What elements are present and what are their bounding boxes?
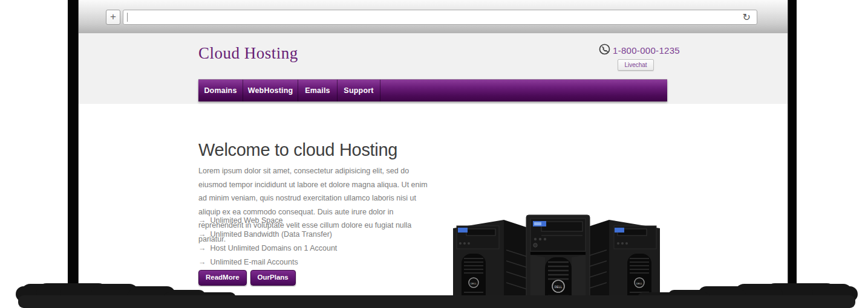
- feature-text: Unlimited Web Space: [210, 216, 283, 225]
- nav-item-domains[interactable]: Domains: [198, 80, 243, 101]
- arrow-icon: →: [198, 244, 206, 252]
- text-caret: [127, 13, 128, 22]
- phone-block: 1-800-000-1235: [599, 43, 680, 57]
- page-title: Welcome to cloud Hosting: [198, 140, 397, 160]
- svg-text:DELL: DELL: [471, 282, 477, 285]
- list-item: →Host Unlimited Domains on 1 Account: [198, 242, 337, 255]
- device-frame-bottom: [18, 295, 855, 308]
- feature-text: Host Unlimited Domains on 1 Account: [210, 244, 338, 252]
- browser-window: + ↻ Cloud Hosting 1-800-000-1235 Livecha…: [79, 0, 788, 296]
- nav-item-emails[interactable]: Emails: [298, 80, 338, 101]
- site-header: Cloud Hosting 1-800-000-1235 Livechat Do…: [79, 33, 788, 104]
- list-item: →Unlimited Bandwidth (Data Transfer): [198, 228, 337, 242]
- nav-item-webhosting[interactable]: WebHosting: [243, 80, 298, 101]
- new-tab-button[interactable]: +: [106, 10, 120, 25]
- device-mockup-canvas: + ↻ Cloud Hosting 1-800-000-1235 Livecha…: [0, 0, 868, 308]
- phone-number[interactable]: 1-800-000-1235: [613, 45, 680, 56]
- url-input[interactable]: ↻: [123, 10, 757, 25]
- arrow-icon: →: [198, 230, 206, 239]
- arrow-icon: →: [198, 258, 206, 266]
- list-item: →Unlimited E-mail Accounts: [198, 255, 337, 269]
- hero-buttons: ReadMore OurPlans: [198, 270, 296, 286]
- servers-image: DELL: [451, 214, 662, 308]
- svg-text:DELL: DELL: [555, 285, 563, 289]
- main-nav: Domains WebHosting Emails Support: [198, 79, 667, 101]
- livechat-button[interactable]: Livechat: [618, 59, 654, 71]
- feature-text: Unlimited E-mail Accounts: [210, 258, 298, 266]
- feature-list: →Unlimited Web Space →Unlimited Bandwidt…: [198, 214, 337, 269]
- nav-item-support[interactable]: Support: [338, 80, 380, 101]
- phone-icon: [599, 43, 610, 57]
- ourplans-button[interactable]: OurPlans: [250, 270, 296, 286]
- list-item: →Unlimited Web Space: [198, 214, 337, 228]
- readmore-button[interactable]: ReadMore: [198, 270, 247, 286]
- device-frame-right: [788, 0, 797, 284]
- arrow-icon: →: [198, 216, 206, 225]
- feature-text: Unlimited Bandwidth (Data Transfer): [210, 230, 332, 239]
- svg-text:DELL: DELL: [636, 282, 643, 285]
- device-frame-left: [68, 0, 79, 284]
- hero-section: Welcome to cloud Hosting Lorem ipsum dol…: [79, 104, 788, 296]
- refresh-icon[interactable]: ↻: [743, 11, 751, 24]
- browser-toolbar: + ↻: [79, 0, 788, 34]
- site-logo[interactable]: Cloud Hosting: [198, 44, 298, 63]
